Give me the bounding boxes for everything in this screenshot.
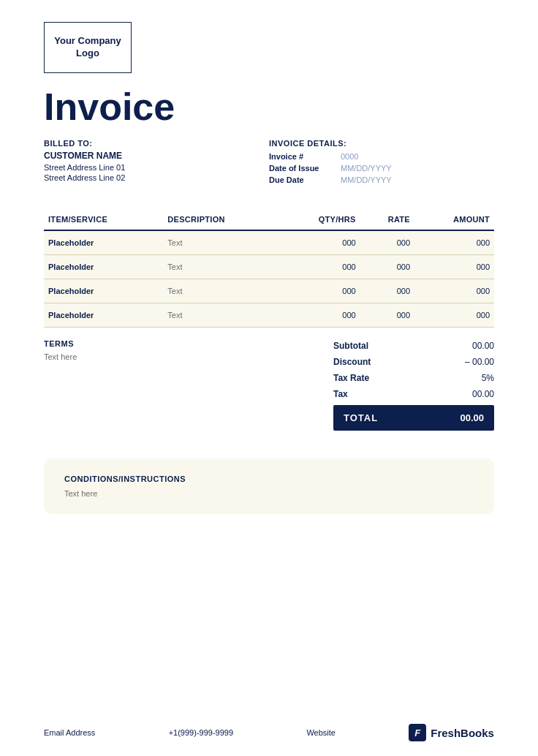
address-line-1: Street Address Line 01: [44, 163, 269, 172]
billing-section: BILLED TO: CUSTOMER NAME Street Address …: [44, 139, 494, 187]
items-table: ITEM/SERVICE DESCRIPTION QTY/HRS RATE AM…: [44, 209, 494, 328]
freshbooks-name: FreshBooks: [431, 727, 494, 739]
row-rate: 000: [360, 230, 414, 255]
bottom-section: TERMS Text here Subtotal 00.00 Discount …: [44, 328, 494, 438]
conditions-text: Text here: [64, 489, 474, 498]
row-desc: Text: [163, 255, 279, 279]
row-item: Placeholder: [44, 303, 163, 328]
freshbooks-logo: F FreshBooks: [409, 724, 494, 741]
total-final-row: TOTAL 00.00: [333, 405, 494, 431]
discount-row: Discount – 00.00: [333, 355, 494, 368]
invoice-details-block: INVOICE DETAILS: Invoice # 0000 Date of …: [269, 139, 494, 187]
invoice-page: Your Company Logo Invoice BILLED TO: CUS…: [0, 0, 538, 756]
tax-rate-value: 5%: [443, 373, 494, 383]
invoice-details-label: INVOICE DETAILS:: [269, 139, 346, 148]
row-amount: 000: [414, 230, 494, 255]
invoice-number-row: Invoice # 0000: [269, 152, 358, 161]
footer-phone: +1(999)-999-9999: [169, 728, 233, 737]
table-row: Placeholder Text 000 000 000: [44, 255, 494, 279]
invoice-number-key: Invoice #: [269, 152, 335, 161]
freshbooks-icon: F: [409, 724, 426, 741]
row-desc: Text: [163, 303, 279, 328]
billed-to-label: BILLED TO:: [44, 139, 269, 148]
date-of-issue-val: MM/DD/YYYY: [341, 164, 392, 173]
totals-block: Subtotal 00.00 Discount – 00.00 Tax Rate…: [333, 339, 494, 431]
row-item: Placeholder: [44, 255, 163, 279]
col-item: ITEM/SERVICE: [44, 209, 163, 230]
row-amount: 000: [414, 279, 494, 303]
tax-rate-label: Tax Rate: [333, 373, 399, 383]
row-qty: 000: [279, 255, 360, 279]
total-value: 00.00: [460, 412, 484, 423]
customer-name: CUSTOMER NAME: [44, 151, 269, 161]
row-amount: 000: [414, 303, 494, 328]
invoice-title: Invoice: [44, 88, 494, 126]
col-rate: RATE: [360, 209, 414, 230]
subtotal-value: 00.00: [443, 341, 494, 351]
terms-block: TERMS Text here: [44, 339, 333, 431]
due-date-val: MM/DD/YYYY: [341, 175, 392, 184]
due-date-key: Due Date: [269, 175, 335, 184]
terms-text: Text here: [44, 352, 319, 361]
row-desc: Text: [163, 230, 279, 255]
row-rate: 000: [360, 279, 414, 303]
subtotal-row: Subtotal 00.00: [333, 339, 494, 352]
discount-value: – 00.00: [443, 357, 494, 367]
footer-website: Website: [306, 728, 336, 737]
conditions-label: CONDITIONS/INSTRUCTIONS: [64, 475, 474, 483]
due-date-row: Due Date MM/DD/YYYY: [269, 175, 392, 184]
date-of-issue-row: Date of Issue MM/DD/YYYY: [269, 164, 392, 173]
table-row: Placeholder Text 000 000 000: [44, 303, 494, 328]
row-qty: 000: [279, 303, 360, 328]
terms-label: TERMS: [44, 339, 319, 348]
conditions-section: CONDITIONS/INSTRUCTIONS Text here: [44, 458, 494, 514]
row-rate: 000: [360, 255, 414, 279]
col-amount: AMOUNT: [414, 209, 494, 230]
billed-to-block: BILLED TO: CUSTOMER NAME Street Address …: [44, 139, 269, 187]
logo-text: Your Company Logo: [45, 35, 131, 60]
row-item: Placeholder: [44, 279, 163, 303]
invoice-number-val: 0000: [341, 152, 358, 161]
address-line-2: Street Address Line 02: [44, 173, 269, 182]
row-rate: 000: [360, 303, 414, 328]
col-qty: QTY/HRS: [279, 209, 360, 230]
footer-email: Email Address: [44, 728, 95, 737]
company-logo: Your Company Logo: [44, 22, 132, 73]
row-qty: 000: [279, 230, 360, 255]
tax-value: 00.00: [443, 389, 494, 399]
row-desc: Text: [163, 279, 279, 303]
tax-rate-row: Tax Rate 5%: [333, 371, 494, 385]
subtotal-label: Subtotal: [333, 341, 399, 351]
total-label: TOTAL: [344, 412, 378, 423]
row-amount: 000: [414, 255, 494, 279]
col-desc: DESCRIPTION: [163, 209, 279, 230]
table-row: Placeholder Text 000 000 000: [44, 230, 494, 255]
row-item: Placeholder: [44, 230, 163, 255]
footer: Email Address +1(999)-999-9999 Website F…: [44, 717, 494, 741]
date-of-issue-key: Date of Issue: [269, 164, 335, 173]
table-row: Placeholder Text 000 000 000: [44, 279, 494, 303]
tax-row: Tax 00.00: [333, 388, 494, 401]
tax-label: Tax: [333, 389, 399, 399]
discount-label: Discount: [333, 357, 399, 367]
row-qty: 000: [279, 279, 360, 303]
